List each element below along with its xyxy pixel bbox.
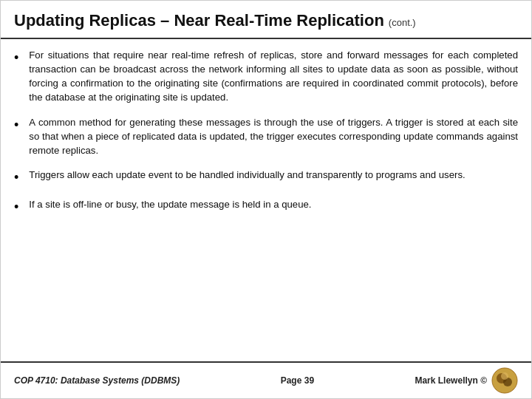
slide: Updating Replicas – Near Real-Time Repli…: [0, 0, 532, 399]
logo: [491, 367, 518, 394]
bullet-item-1: • For situations that require near real-…: [14, 48, 518, 105]
footer-author: Mark Llewellyn ©: [415, 375, 487, 386]
slide-title: Updating Replicas – Near Real-Time Repli…: [14, 11, 518, 30]
bullet-dot-4: •: [14, 198, 18, 216]
bullet-dot-1: •: [14, 49, 18, 67]
footer-course: COP 4710: Database Systems (DDBMS): [14, 375, 180, 386]
footer-page: Page 39: [281, 375, 314, 386]
footer-right-section: Mark Llewellyn ©: [415, 367, 518, 394]
bullet-text-1: For situations that require near real-ti…: [29, 48, 518, 105]
slide-body: • For situations that require near real-…: [1, 39, 531, 361]
title-text: Updating Replicas – Near Real-Time Repli…: [14, 11, 384, 30]
bullet-text-3: Triggers allow each update event to be h…: [29, 168, 465, 182]
bullet-text-4: If a site is off-line or busy, the updat…: [29, 197, 311, 211]
bullet-dot-3: •: [14, 168, 18, 187]
bullet-item-2: • A common method for generating these m…: [14, 115, 518, 157]
slide-footer: COP 4710: Database Systems (DDBMS) Page …: [1, 361, 531, 398]
bullet-dot-2: •: [14, 116, 18, 134]
bullet-text-2: A common method for generating these mes…: [29, 115, 518, 157]
title-cont: (cont.): [389, 17, 416, 28]
bullet-item-3: • Triggers allow each update event to be…: [14, 168, 518, 187]
svg-point-3: [501, 372, 508, 380]
slide-header: Updating Replicas – Near Real-Time Repli…: [1, 1, 531, 39]
bullet-item-4: • If a site is off-line or busy, the upd…: [14, 197, 518, 216]
